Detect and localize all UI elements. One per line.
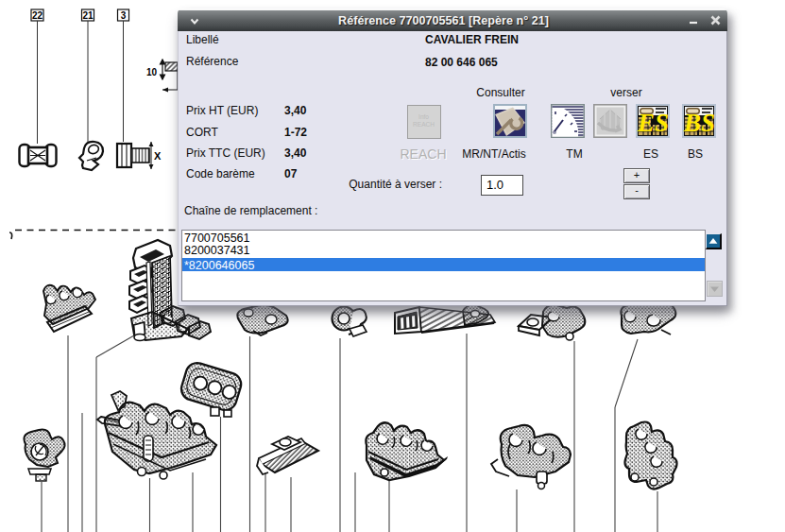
svg-text:X: X — [154, 150, 162, 162]
svg-text:22: 22 — [32, 10, 43, 21]
svg-text:3: 3 — [121, 10, 127, 21]
svg-text:10: 10 — [146, 67, 158, 77]
svg-text:BS: BS — [682, 109, 714, 137]
svg-text:ES: ES — [637, 109, 669, 137]
svg-text:21: 21 — [82, 10, 94, 21]
